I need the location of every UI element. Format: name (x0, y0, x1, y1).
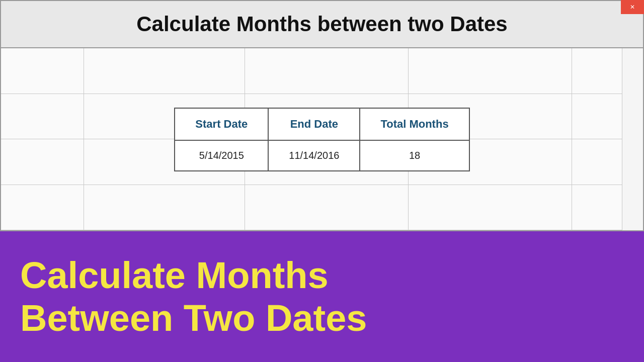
footer-line2: Between Two Dates (20, 297, 367, 339)
window-chrome: ✕ (621, 0, 644, 14)
footer-text: Calculate Months Between Two Dates (20, 254, 367, 339)
grid-cell (245, 185, 409, 231)
grid-cell (1, 48, 84, 94)
cell-end-date: 11/14/2016 (268, 140, 360, 171)
grid-cell (1, 139, 84, 185)
cell-total-months: 18 (360, 140, 469, 171)
grid-cell (409, 185, 572, 231)
grid-cell (245, 48, 409, 94)
grid-cell (572, 139, 622, 185)
grid-cell (572, 48, 622, 94)
close-button[interactable]: ✕ (621, 0, 644, 14)
grid-cell (409, 48, 572, 94)
col-header-end-date: End Date (268, 108, 360, 140)
data-table: Start Date End Date Total Months 5/14/20… (174, 108, 469, 171)
spreadsheet-area: Start Date End Date Total Months 5/14/20… (1, 48, 643, 230)
col-header-start-date: Start Date (175, 108, 268, 140)
page-title: Calculate Months between two Dates (16, 12, 628, 36)
grid-cell (1, 94, 84, 140)
table-header-row: Start Date End Date Total Months (175, 108, 469, 140)
footer-line1: Calculate Months (20, 254, 367, 297)
col-header-total-months: Total Months (360, 108, 469, 140)
grid-cell (572, 185, 622, 231)
footer-section: Calculate Months Between Two Dates (0, 231, 644, 362)
title-bar: Calculate Months between two Dates (1, 1, 643, 48)
spreadsheet-section: Calculate Months between two Dates (0, 0, 644, 231)
table-row: 5/14/2015 11/14/2016 18 (175, 140, 469, 171)
grid-cell (572, 94, 622, 140)
grid-cell (84, 185, 245, 231)
grid-cell (84, 48, 245, 94)
cell-start-date: 5/14/2015 (175, 140, 268, 171)
grid-cell (1, 185, 84, 231)
